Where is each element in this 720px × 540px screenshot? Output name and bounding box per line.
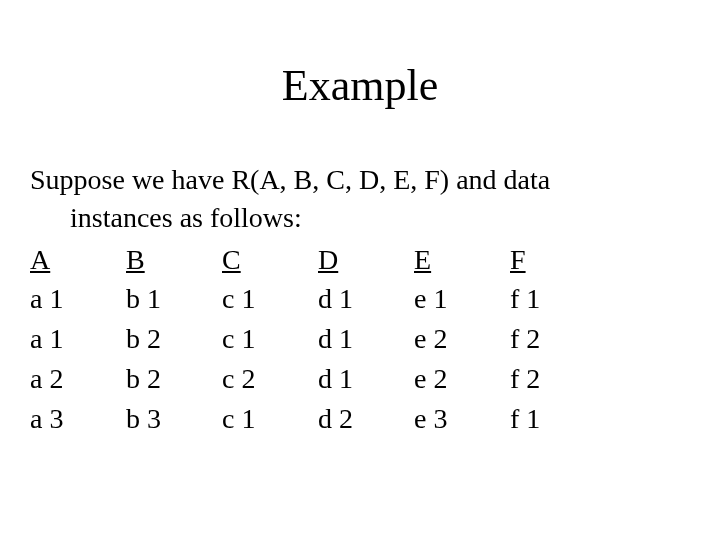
- col-header: A: [30, 241, 126, 281]
- table-cell: b 2: [126, 360, 222, 400]
- table-cell: c 1: [222, 280, 318, 320]
- slide: Example Suppose we have R(A, B, C, D, E,…: [0, 0, 720, 540]
- table-cell: d 1: [318, 280, 414, 320]
- data-table: A B C D E F a 1 b 1 c 1 d 1 e 1 f 1 a 1 …: [30, 241, 606, 440]
- table-cell: c 2: [222, 360, 318, 400]
- slide-body: Suppose we have R(A, B, C, D, E, F) and …: [30, 161, 690, 440]
- table-row: a 1 b 2 c 1 d 1 e 2 f 2: [30, 320, 606, 360]
- table-cell: f 1: [510, 280, 606, 320]
- col-header: D: [318, 241, 414, 281]
- table-header-row: A B C D E F: [30, 241, 606, 281]
- table-cell: f 2: [510, 360, 606, 400]
- col-header: E: [414, 241, 510, 281]
- table-cell: e 3: [414, 400, 510, 440]
- col-header: C: [222, 241, 318, 281]
- table-cell: e 1: [414, 280, 510, 320]
- table-cell: a 1: [30, 320, 126, 360]
- table-cell: d 1: [318, 360, 414, 400]
- table-cell: d 1: [318, 320, 414, 360]
- table-cell: e 2: [414, 320, 510, 360]
- table-cell: c 1: [222, 320, 318, 360]
- table-row: a 1 b 1 c 1 d 1 e 1 f 1: [30, 280, 606, 320]
- table-cell: d 2: [318, 400, 414, 440]
- table-cell: a 3: [30, 400, 126, 440]
- table-row: a 2 b 2 c 2 d 1 e 2 f 2: [30, 360, 606, 400]
- table-cell: a 2: [30, 360, 126, 400]
- table-cell: f 1: [510, 400, 606, 440]
- col-header: F: [510, 241, 606, 281]
- table-cell: b 3: [126, 400, 222, 440]
- col-header: B: [126, 241, 222, 281]
- table-cell: c 1: [222, 400, 318, 440]
- intro-text-line1: Suppose we have R(A, B, C, D, E, F) and …: [30, 161, 690, 199]
- table-cell: a 1: [30, 280, 126, 320]
- table-cell: f 2: [510, 320, 606, 360]
- intro-text-line2: instances as follows:: [70, 199, 690, 237]
- slide-title: Example: [30, 60, 690, 111]
- table-cell: b 2: [126, 320, 222, 360]
- table-cell: e 2: [414, 360, 510, 400]
- table-row: a 3 b 3 c 1 d 2 e 3 f 1: [30, 400, 606, 440]
- table-cell: b 1: [126, 280, 222, 320]
